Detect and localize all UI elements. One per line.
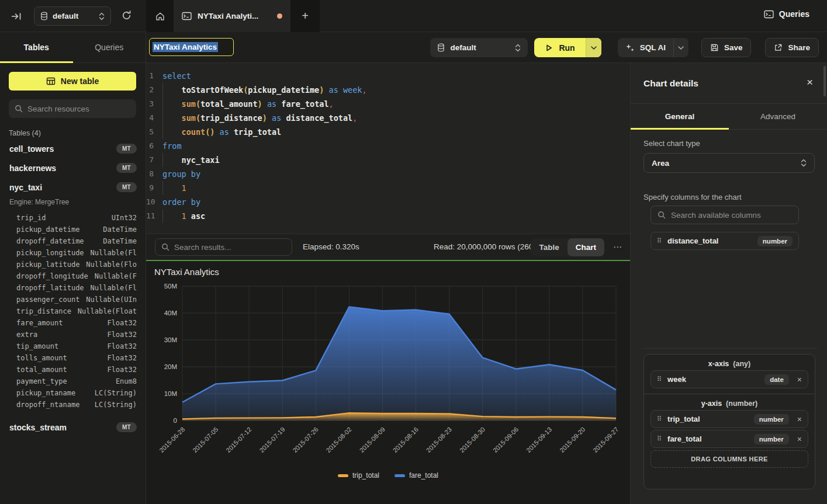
sidebar-tab-queries[interactable]: Queries (73, 32, 146, 62)
tab-nytaxi-analytics[interactable]: NYTaxi Analyti... (174, 0, 290, 32)
remove-column-icon[interactable]: × (795, 435, 802, 444)
table-row[interactable]: cell_towersMT (0, 139, 146, 158)
table-name: hackernews (9, 164, 116, 173)
sql-editor[interactable]: 1select2 toStartOfWeek(pickup_datetime) … (146, 63, 630, 234)
column-pill-row[interactable]: ⠿fare_totalnumber× (650, 430, 808, 448)
table-view-button[interactable]: Table (531, 238, 567, 256)
column-name: dropoff_longitude (16, 272, 95, 280)
table-row[interactable]: stocks_streamMT (0, 418, 146, 437)
sql-ai-button[interactable]: SQL AI (618, 38, 688, 57)
results-search[interactable] (155, 238, 292, 256)
more-options-button[interactable]: ⋯ (610, 241, 625, 253)
tab-title: NYTaxi Analyti... (198, 12, 271, 20)
line-number: 6 (146, 139, 162, 153)
chevron-down-icon (591, 46, 597, 50)
editor-line: 6from (146, 139, 630, 153)
line-number: 2 (146, 83, 162, 97)
code-line: sum(total_amount) as fare_total, (162, 97, 630, 111)
editor-line: 7 nyc_taxi (146, 153, 630, 167)
column-name: fare_amount (16, 319, 107, 327)
column-row: dropoff_longitudeNullable(F (16, 270, 137, 282)
x-tick-label: 2015-07-19 (258, 426, 286, 454)
remove-column-icon[interactable]: × (795, 415, 802, 424)
share-icon (774, 43, 783, 52)
editor-line: 4 sum(trip_distance) as distance_total, (146, 111, 630, 125)
table-name: cell_towers (9, 144, 116, 154)
y-axis-items: ⠿trip_totalnumber×⠿fare_totalnumber× (644, 410, 815, 448)
sql-ai-button-main[interactable]: SQL AI (618, 38, 673, 57)
home-tab-button[interactable] (146, 0, 174, 32)
new-table-button[interactable]: New table (9, 72, 136, 91)
chart-type-value: Area (652, 159, 801, 168)
run-button[interactable]: Run (534, 38, 601, 57)
chart-plot[interactable]: 010M20M30M40M50M2015-06-282015-07-052015… (146, 282, 630, 475)
new-table-label: New table (61, 77, 99, 86)
refresh-button[interactable] (121, 10, 133, 22)
table-row[interactable]: hackernewsMT (0, 158, 146, 178)
save-button[interactable]: Save (701, 38, 752, 57)
table-name: stocks_stream (9, 423, 116, 432)
engine-badge: MT (116, 182, 137, 192)
run-button-main[interactable]: Run (534, 38, 585, 57)
app: default NYTaxi Analyti... (0, 0, 827, 504)
column-type: Enum8 (116, 377, 137, 385)
legend-item[interactable]: fare_total (395, 471, 438, 479)
drag-handle-icon[interactable]: ⠿ (657, 238, 662, 244)
database-icon (437, 43, 445, 52)
column-name: dropoff_datetime (16, 237, 103, 245)
remove-column-icon[interactable]: × (795, 375, 802, 384)
x-tick-label: 2015-08-02 (325, 426, 353, 454)
share-button[interactable]: Share (765, 38, 819, 57)
query-title-input[interactable]: NYTaxi Analytics (149, 38, 234, 56)
chevron-updown-icon (99, 12, 105, 21)
new-tab-button[interactable]: + (290, 0, 320, 32)
columns-search[interactable] (650, 206, 799, 224)
drag-handle-icon[interactable]: ⠿ (657, 376, 662, 383)
column-pill-row[interactable]: ⠿weekdate× (650, 370, 808, 388)
queries-button[interactable]: Queries (764, 9, 809, 19)
topbar-database-selector[interactable]: default (34, 6, 111, 26)
terminal-icon (182, 12, 192, 20)
tab-general[interactable]: General (631, 104, 729, 129)
home-icon (155, 11, 165, 22)
drag-handle-icon[interactable]: ⠿ (657, 436, 662, 442)
sidebar-search-input[interactable] (27, 105, 130, 113)
tab-advanced[interactable]: Advanced (729, 104, 827, 129)
columns-search-input[interactable] (671, 211, 792, 220)
y-tick-label: 30M (164, 336, 177, 343)
column-type: Nullable(UIn (86, 296, 137, 304)
search-icon (15, 105, 23, 113)
close-panel-button[interactable]: × (807, 76, 813, 89)
column-type: Nullable(Flo (86, 260, 137, 269)
column-pill-row[interactable]: ⠿trip_totalnumber× (650, 410, 808, 428)
column-name: extra (16, 331, 107, 339)
results-search-input[interactable] (174, 243, 286, 252)
x-tick-label: 2015-06-28 (158, 426, 186, 454)
column-type: DateTime (103, 237, 137, 245)
toolbar-database-selector[interactable]: default (430, 38, 528, 57)
code-line: group by (162, 167, 630, 181)
line-number: 10 (146, 195, 162, 209)
x-tick-label: 2015-07-12 (224, 426, 252, 454)
sidebar-tab-tables[interactable]: Tables (0, 32, 73, 62)
column-pill-row[interactable]: ⠿distance_totalnumber (650, 232, 799, 250)
chart-view-button[interactable]: Chart (568, 238, 604, 256)
line-number: 11 (146, 209, 162, 223)
editor-line: 5 count() as trip_total (146, 125, 630, 139)
sidebar-search[interactable] (9, 99, 136, 118)
save-label: Save (724, 43, 743, 52)
collapse-sidebar-button[interactable] (11, 11, 22, 22)
panel-scrollbar[interactable] (823, 66, 826, 96)
table-row[interactable]: nyc_taxiMT (0, 178, 146, 197)
drag-handle-icon[interactable]: ⠿ (657, 416, 662, 422)
legend-item[interactable]: trip_total (338, 471, 379, 479)
run-options-button[interactable] (586, 38, 601, 57)
chevron-down-icon (678, 46, 684, 50)
drag-columns-dropzone[interactable]: DRAG COLUMNS HERE (650, 450, 808, 468)
column-pill-name: week (667, 375, 759, 384)
plus-icon: + (302, 9, 309, 23)
sql-ai-options-button[interactable] (673, 38, 688, 57)
chart-type-select[interactable]: Area (643, 153, 815, 173)
column-name: dropoff_latitude (16, 284, 91, 292)
x-tick-label: 2015-07-26 (291, 426, 319, 454)
